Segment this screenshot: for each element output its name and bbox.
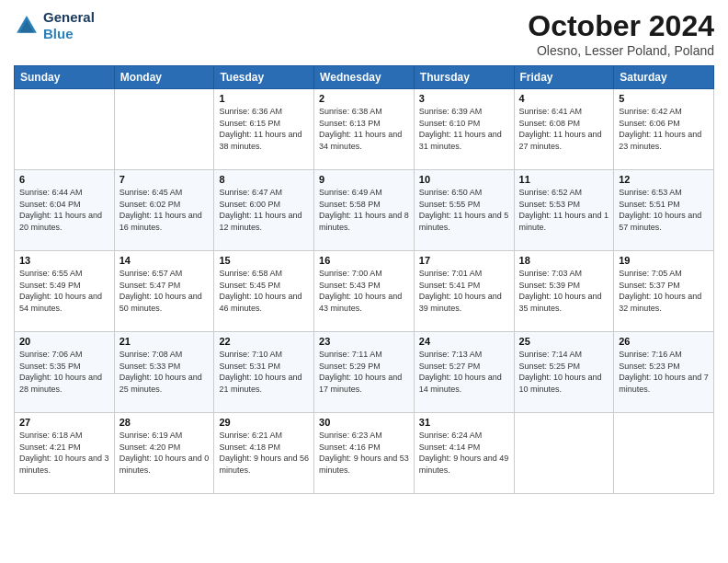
calendar-cell: 29Sunrise: 6:21 AM Sunset: 4:18 PM Dayli… xyxy=(214,413,314,494)
calendar-cell: 24Sunrise: 7:13 AM Sunset: 5:27 PM Dayli… xyxy=(414,332,514,413)
day-number: 3 xyxy=(419,93,509,104)
day-header-thursday: Thursday xyxy=(414,66,514,89)
calendar-cell: 23Sunrise: 7:11 AM Sunset: 5:29 PM Dayli… xyxy=(314,332,415,413)
calendar-cell: 8Sunrise: 6:47 AM Sunset: 6:00 PM Daylig… xyxy=(214,170,314,251)
day-number: 23 xyxy=(319,336,409,347)
day-header-wednesday: Wednesday xyxy=(314,66,415,89)
day-number: 19 xyxy=(619,255,709,266)
location: Olesno, Lesser Poland, Poland xyxy=(528,43,714,58)
day-number: 27 xyxy=(19,417,109,428)
calendar-cell: 15Sunrise: 6:58 AM Sunset: 5:45 PM Dayli… xyxy=(214,251,314,332)
title-area: October 2024 Olesno, Lesser Poland, Pola… xyxy=(528,9,714,58)
day-header-friday: Friday xyxy=(514,66,614,89)
day-number: 6 xyxy=(19,174,109,185)
calendar-cell: 22Sunrise: 7:10 AM Sunset: 5:31 PM Dayli… xyxy=(214,332,314,413)
day-number: 21 xyxy=(119,336,210,347)
cell-text: Sunrise: 7:08 AM Sunset: 5:33 PM Dayligh… xyxy=(119,349,210,395)
day-number: 17 xyxy=(419,255,509,266)
day-number: 7 xyxy=(119,174,210,185)
day-header-saturday: Saturday xyxy=(614,66,714,89)
calendar-cell: 18Sunrise: 7:03 AM Sunset: 5:39 PM Dayli… xyxy=(514,251,614,332)
calendar-week-5: 27Sunrise: 6:18 AM Sunset: 4:21 PM Dayli… xyxy=(15,413,714,494)
cell-text: Sunrise: 6:24 AM Sunset: 4:14 PM Dayligh… xyxy=(419,430,509,476)
day-number: 5 xyxy=(619,93,709,104)
cell-text: Sunrise: 7:14 AM Sunset: 5:25 PM Dayligh… xyxy=(519,349,609,395)
calendar-cell: 20Sunrise: 7:06 AM Sunset: 5:35 PM Dayli… xyxy=(15,332,115,413)
calendar-cell: 30Sunrise: 6:23 AM Sunset: 4:16 PM Dayli… xyxy=(314,413,415,494)
calendar-cell: 19Sunrise: 7:05 AM Sunset: 5:37 PM Dayli… xyxy=(614,251,714,332)
page: General Blue October 2024 Olesno, Lesser… xyxy=(0,0,728,563)
calendar-week-1: 1Sunrise: 6:36 AM Sunset: 6:15 PM Daylig… xyxy=(15,89,714,170)
calendar-cell: 16Sunrise: 7:00 AM Sunset: 5:43 PM Dayli… xyxy=(314,251,415,332)
day-number: 25 xyxy=(519,336,609,347)
cell-text: Sunrise: 7:03 AM Sunset: 5:39 PM Dayligh… xyxy=(519,268,609,314)
day-number: 16 xyxy=(319,255,409,266)
day-number: 9 xyxy=(319,174,409,185)
calendar-cell: 31Sunrise: 6:24 AM Sunset: 4:14 PM Dayli… xyxy=(414,413,514,494)
cell-text: Sunrise: 7:10 AM Sunset: 5:31 PM Dayligh… xyxy=(219,349,309,395)
calendar-cell: 5Sunrise: 6:42 AM Sunset: 6:06 PM Daylig… xyxy=(614,89,714,170)
calendar-cell: 21Sunrise: 7:08 AM Sunset: 5:33 PM Dayli… xyxy=(114,332,214,413)
day-number: 13 xyxy=(19,255,109,266)
calendar-cell: 14Sunrise: 6:57 AM Sunset: 5:47 PM Dayli… xyxy=(114,251,214,332)
cell-text: Sunrise: 6:19 AM Sunset: 4:20 PM Dayligh… xyxy=(119,430,210,476)
cell-text: Sunrise: 6:55 AM Sunset: 5:49 PM Dayligh… xyxy=(19,268,109,314)
cell-text: Sunrise: 6:36 AM Sunset: 6:15 PM Dayligh… xyxy=(219,106,309,152)
day-number: 1 xyxy=(219,93,309,104)
calendar-cell: 12Sunrise: 6:53 AM Sunset: 5:51 PM Dayli… xyxy=(614,170,714,251)
logo-icon xyxy=(14,13,40,39)
cell-text: Sunrise: 7:06 AM Sunset: 5:35 PM Dayligh… xyxy=(19,349,109,395)
day-number: 28 xyxy=(119,417,210,428)
cell-text: Sunrise: 7:16 AM Sunset: 5:23 PM Dayligh… xyxy=(619,349,709,395)
logo-line1: General xyxy=(43,9,95,25)
calendar-cell xyxy=(514,413,614,494)
cell-text: Sunrise: 6:44 AM Sunset: 6:04 PM Dayligh… xyxy=(19,187,109,233)
calendar-cell: 25Sunrise: 7:14 AM Sunset: 5:25 PM Dayli… xyxy=(514,332,614,413)
day-number: 2 xyxy=(319,93,409,104)
calendar-cell xyxy=(15,89,115,170)
cell-text: Sunrise: 7:11 AM Sunset: 5:29 PM Dayligh… xyxy=(319,349,409,395)
cell-text: Sunrise: 6:50 AM Sunset: 5:55 PM Dayligh… xyxy=(419,187,509,233)
cell-text: Sunrise: 7:13 AM Sunset: 5:27 PM Dayligh… xyxy=(419,349,509,395)
calendar-cell: 17Sunrise: 7:01 AM Sunset: 5:41 PM Dayli… xyxy=(414,251,514,332)
calendar-cell: 9Sunrise: 6:49 AM Sunset: 5:58 PM Daylig… xyxy=(314,170,415,251)
calendar-cell: 2Sunrise: 6:38 AM Sunset: 6:13 PM Daylig… xyxy=(314,89,415,170)
day-number: 15 xyxy=(219,255,309,266)
calendar-cell xyxy=(614,413,714,494)
calendar-cell: 1Sunrise: 6:36 AM Sunset: 6:15 PM Daylig… xyxy=(214,89,314,170)
day-number: 4 xyxy=(519,93,609,104)
logo: General Blue xyxy=(14,9,95,42)
cell-text: Sunrise: 6:18 AM Sunset: 4:21 PM Dayligh… xyxy=(19,430,109,476)
day-number: 29 xyxy=(219,417,309,428)
day-number: 18 xyxy=(519,255,609,266)
day-number: 22 xyxy=(219,336,309,347)
cell-text: Sunrise: 7:05 AM Sunset: 5:37 PM Dayligh… xyxy=(619,268,709,314)
day-header-sunday: Sunday xyxy=(15,66,115,89)
day-number: 10 xyxy=(419,174,509,185)
day-number: 14 xyxy=(119,255,210,266)
calendar: SundayMondayTuesdayWednesdayThursdayFrid… xyxy=(14,65,714,494)
day-number: 11 xyxy=(519,174,609,185)
calendar-cell: 3Sunrise: 6:39 AM Sunset: 6:10 PM Daylig… xyxy=(414,89,514,170)
cell-text: Sunrise: 6:49 AM Sunset: 5:58 PM Dayligh… xyxy=(319,187,409,233)
cell-text: Sunrise: 6:38 AM Sunset: 6:13 PM Dayligh… xyxy=(319,106,409,152)
calendar-cell: 13Sunrise: 6:55 AM Sunset: 5:49 PM Dayli… xyxy=(15,251,115,332)
logo-line2: Blue xyxy=(43,26,74,41)
calendar-header-row: SundayMondayTuesdayWednesdayThursdayFrid… xyxy=(15,66,714,89)
day-number: 31 xyxy=(419,417,509,428)
calendar-cell xyxy=(114,89,214,170)
calendar-week-4: 20Sunrise: 7:06 AM Sunset: 5:35 PM Dayli… xyxy=(15,332,714,413)
day-number: 20 xyxy=(19,336,109,347)
day-number: 8 xyxy=(219,174,309,185)
day-header-tuesday: Tuesday xyxy=(214,66,314,89)
calendar-cell: 26Sunrise: 7:16 AM Sunset: 5:23 PM Dayli… xyxy=(614,332,714,413)
cell-text: Sunrise: 6:41 AM Sunset: 6:08 PM Dayligh… xyxy=(519,106,609,152)
calendar-cell: 10Sunrise: 6:50 AM Sunset: 5:55 PM Dayli… xyxy=(414,170,514,251)
cell-text: Sunrise: 6:47 AM Sunset: 6:00 PM Dayligh… xyxy=(219,187,309,233)
cell-text: Sunrise: 6:45 AM Sunset: 6:02 PM Dayligh… xyxy=(119,187,210,233)
day-number: 24 xyxy=(419,336,509,347)
month-title: October 2024 xyxy=(528,9,714,43)
calendar-cell: 28Sunrise: 6:19 AM Sunset: 4:20 PM Dayli… xyxy=(114,413,214,494)
calendar-cell: 4Sunrise: 6:41 AM Sunset: 6:08 PM Daylig… xyxy=(514,89,614,170)
calendar-cell: 6Sunrise: 6:44 AM Sunset: 6:04 PM Daylig… xyxy=(15,170,115,251)
